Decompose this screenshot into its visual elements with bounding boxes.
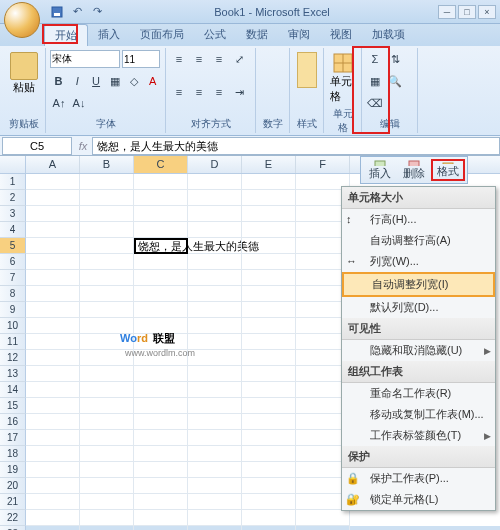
fx-icon[interactable]: fx xyxy=(74,140,92,152)
row-header-5[interactable]: 5 xyxy=(0,238,26,254)
cell-E5[interactable] xyxy=(242,238,296,254)
align-right-button[interactable]: ≡ xyxy=(210,83,228,101)
row-header-17[interactable]: 17 xyxy=(0,430,26,446)
cell-A5[interactable] xyxy=(26,238,80,254)
cell-D14[interactable] xyxy=(188,382,242,398)
cell-D16[interactable] xyxy=(188,414,242,430)
cell-C6[interactable] xyxy=(134,254,188,270)
cell-B18[interactable] xyxy=(80,446,134,462)
tab-2[interactable]: 页面布局 xyxy=(130,24,194,46)
indent-button[interactable]: ⇥ xyxy=(230,83,248,101)
tab-6[interactable]: 视图 xyxy=(320,24,362,46)
cell-A23[interactable] xyxy=(26,526,80,530)
cell-C12[interactable] xyxy=(134,350,188,366)
cell-C20[interactable] xyxy=(134,478,188,494)
number-button[interactable] xyxy=(260,50,285,90)
menu-autofit-col[interactable]: 自动调整列宽(I) xyxy=(342,272,495,297)
cell-B17[interactable] xyxy=(80,430,134,446)
menu-lock-cell[interactable]: 🔐锁定单元格(L) xyxy=(342,489,495,510)
cell-D2[interactable] xyxy=(188,190,242,206)
cell-D18[interactable] xyxy=(188,446,242,462)
cell-E18[interactable] xyxy=(242,446,296,462)
cell-D11[interactable] xyxy=(188,334,242,350)
cell-E17[interactable] xyxy=(242,430,296,446)
cell-D13[interactable] xyxy=(188,366,242,382)
style-button[interactable] xyxy=(294,50,319,90)
cell-B19[interactable] xyxy=(80,462,134,478)
tab-1[interactable]: 插入 xyxy=(88,24,130,46)
minimize-button[interactable]: ─ xyxy=(438,5,456,19)
cell-C8[interactable] xyxy=(134,286,188,302)
row-header-10[interactable]: 10 xyxy=(0,318,26,334)
cell-D20[interactable] xyxy=(188,478,242,494)
cell-C10[interactable] xyxy=(134,318,188,334)
align-left-button[interactable]: ≡ xyxy=(170,83,188,101)
cell-B16[interactable] xyxy=(80,414,134,430)
menu-move-sheet[interactable]: 移动或复制工作表(M)... xyxy=(342,404,495,425)
cell-A14[interactable] xyxy=(26,382,80,398)
cell-C5[interactable]: 饶恕，是人生最大的美德 xyxy=(134,238,188,254)
col-header-A[interactable]: A xyxy=(26,156,80,173)
menu-protect-sheet[interactable]: 🔒保护工作表(P)... xyxy=(342,468,495,489)
find-button[interactable]: 🔍 xyxy=(386,72,404,90)
close-button[interactable]: × xyxy=(478,5,496,19)
cell-C2[interactable] xyxy=(134,190,188,206)
cell-B7[interactable] xyxy=(80,270,134,286)
row-header-13[interactable]: 13 xyxy=(0,366,26,382)
cell-C1[interactable] xyxy=(134,174,188,190)
cell-E21[interactable] xyxy=(242,494,296,510)
cell-A12[interactable] xyxy=(26,350,80,366)
cell-A2[interactable] xyxy=(26,190,80,206)
cell-B10[interactable] xyxy=(80,318,134,334)
cell-E2[interactable] xyxy=(242,190,296,206)
cell-A1[interactable] xyxy=(26,174,80,190)
font-size-select[interactable] xyxy=(122,50,160,68)
fill-color-button[interactable]: ◇ xyxy=(125,72,142,90)
row-header-16[interactable]: 16 xyxy=(0,414,26,430)
cell-C11[interactable] xyxy=(134,334,188,350)
format-cells-button[interactable]: 格式 xyxy=(431,159,465,181)
col-header-B[interactable]: B xyxy=(80,156,134,173)
cell-C23[interactable] xyxy=(134,526,188,530)
row-header-20[interactable]: 20 xyxy=(0,478,26,494)
cell-A20[interactable] xyxy=(26,478,80,494)
cell-C22[interactable] xyxy=(134,510,188,526)
cell-E15[interactable] xyxy=(242,398,296,414)
cell-B11[interactable] xyxy=(80,334,134,350)
office-button[interactable] xyxy=(4,2,40,38)
cell-A19[interactable] xyxy=(26,462,80,478)
cell-A7[interactable] xyxy=(26,270,80,286)
maximize-button[interactable]: □ xyxy=(458,5,476,19)
cell-D19[interactable] xyxy=(188,462,242,478)
tab-0[interactable]: 开始 xyxy=(44,24,88,46)
cell-E9[interactable] xyxy=(242,302,296,318)
cell-E1[interactable] xyxy=(242,174,296,190)
grow-font-button[interactable]: A↑ xyxy=(50,94,68,112)
cell-E11[interactable] xyxy=(242,334,296,350)
menu-default-width[interactable]: 默认列宽(D)... xyxy=(342,297,495,318)
row-header-3[interactable]: 3 xyxy=(0,206,26,222)
cell-C16[interactable] xyxy=(134,414,188,430)
cell-D8[interactable] xyxy=(188,286,242,302)
align-mid-button[interactable]: ≡ xyxy=(190,50,208,68)
row-header-1[interactable]: 1 xyxy=(0,174,26,190)
cell-C15[interactable] xyxy=(134,398,188,414)
tab-3[interactable]: 公式 xyxy=(194,24,236,46)
clear-button[interactable]: ⌫ xyxy=(366,94,384,112)
cell-D5[interactable] xyxy=(188,238,242,254)
col-header-F[interactable]: F xyxy=(296,156,350,173)
cell-B9[interactable] xyxy=(80,302,134,318)
col-header-E[interactable]: E xyxy=(242,156,296,173)
tab-5[interactable]: 审阅 xyxy=(278,24,320,46)
cell-A6[interactable] xyxy=(26,254,80,270)
cell-A10[interactable] xyxy=(26,318,80,334)
align-center-button[interactable]: ≡ xyxy=(190,83,208,101)
cell-D1[interactable] xyxy=(188,174,242,190)
underline-button[interactable]: U xyxy=(88,72,105,90)
shrink-font-button[interactable]: A↓ xyxy=(70,94,88,112)
cell-E6[interactable] xyxy=(242,254,296,270)
menu-hide-unhide[interactable]: 隐藏和取消隐藏(U)▶ xyxy=(342,340,495,361)
cell-B14[interactable] xyxy=(80,382,134,398)
cell-A11[interactable] xyxy=(26,334,80,350)
cell-C21[interactable] xyxy=(134,494,188,510)
